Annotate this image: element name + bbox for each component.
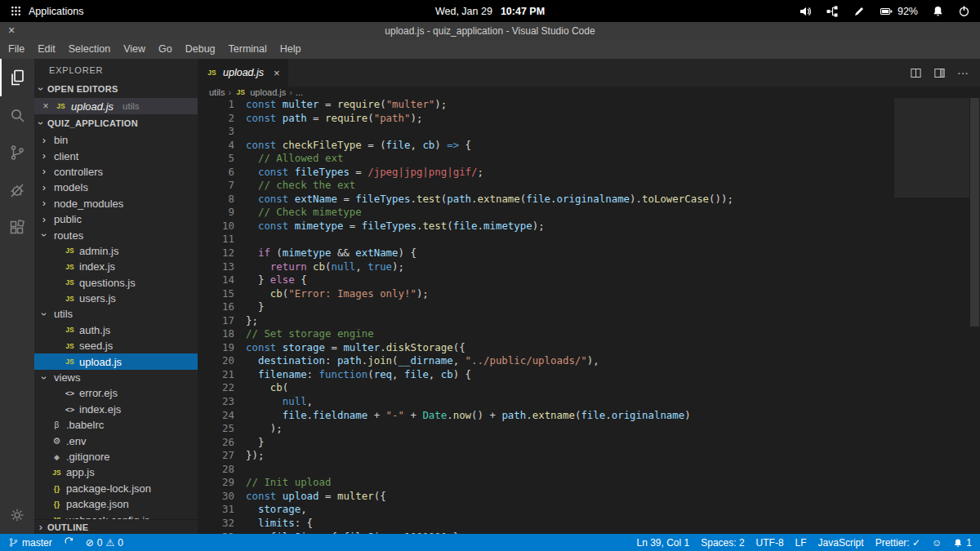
file-questions.js[interactable]: JSquestions.js <box>34 275 198 291</box>
folder-controllers[interactable]: ›controllers <box>34 164 198 180</box>
code-line-9[interactable]: // Check mimetype <box>246 206 733 220</box>
folder-node_modules[interactable]: ›node_modules <box>34 196 198 211</box>
code-line-10[interactable]: const mimetype = fileTypes.test(file.mim… <box>246 220 733 233</box>
file-.gitignore[interactable]: ◆.gitignore <box>34 449 198 464</box>
folder-public[interactable]: ›public <box>34 211 198 227</box>
minimap[interactable] <box>895 100 969 189</box>
folder-utils[interactable]: ›utils <box>34 306 198 322</box>
tab-close-icon[interactable]: × <box>274 67 280 79</box>
code-line-3[interactable] <box>246 125 733 139</box>
project-section-header[interactable]: › QUIZ_APPLICATION <box>34 114 198 132</box>
file-auth.js[interactable]: JSauth.js <box>34 322 198 338</box>
code-line-12[interactable]: if (mimetype && extName) { <box>246 247 733 260</box>
code-line-18[interactable]: // Set storage engine <box>246 327 733 341</box>
file-admin.js[interactable]: JSadmin.js <box>34 243 198 259</box>
file-webpack.config.js[interactable]: JSwebpack.config.js <box>34 512 198 519</box>
code-line-30[interactable]: const upload = multer({ <box>246 490 733 504</box>
code-line-24[interactable]: file.fieldname + "-" + Date.now() + path… <box>246 409 733 423</box>
editor-layout-icon[interactable] <box>933 67 946 79</box>
notifications-status[interactable]: 1 <box>953 537 972 549</box>
code-line-11[interactable] <box>246 233 733 247</box>
breadcrumb-folder[interactable]: utils <box>209 87 225 97</box>
menu-selection[interactable]: Selection <box>62 40 117 59</box>
scrollbar-thumb[interactable] <box>970 98 979 327</box>
file-.env[interactable]: ⚙.env <box>34 433 198 448</box>
cursor-position[interactable]: Ln 39, Col 1 <box>637 537 690 549</box>
code-line-33[interactable]: fileSize: { fileSize: 1000000 } <box>246 531 733 535</box>
code-line-26[interactable]: } <box>246 436 733 450</box>
breadcrumb-symbol[interactable]: ... <box>296 87 303 97</box>
code-line-2[interactable]: const path = require("path"); <box>246 112 733 126</box>
feedback-smiley-icon[interactable]: ☺ <box>932 537 942 549</box>
code-line-23[interactable]: null, <box>246 395 733 409</box>
code-line-15[interactable]: cb("Error: Images only!"); <box>246 287 733 301</box>
source-control-icon[interactable] <box>0 134 34 171</box>
menu-debug[interactable]: Debug <box>179 40 222 59</box>
explorer-icon[interactable] <box>0 59 34 96</box>
volume-icon[interactable] <box>799 5 812 18</box>
code-line-22[interactable]: cb( <box>246 381 733 395</box>
code-line-4[interactable]: const checkFileType = (file, cb) => { <box>246 139 733 153</box>
open-editors-header[interactable]: › OPEN EDITORS <box>34 80 198 98</box>
notifications-bell-icon[interactable] <box>932 5 944 17</box>
search-icon[interactable] <box>0 96 34 134</box>
sync-status[interactable] <box>64 537 74 548</box>
menu-go[interactable]: Go <box>152 40 179 59</box>
open-editor-item[interactable]: × JS upload.js utils <box>34 98 198 114</box>
code-line-16[interactable]: } <box>246 300 733 314</box>
indentation-status[interactable]: Spaces: 2 <box>701 537 744 549</box>
code-line-14[interactable]: } else { <box>246 273 733 287</box>
folder-client[interactable]: ›client <box>34 148 198 163</box>
network-icon[interactable] <box>826 5 839 18</box>
close-editor-icon[interactable]: × <box>41 100 51 112</box>
file-seed.js[interactable]: JSseed.js <box>34 338 198 353</box>
outline-section-header[interactable]: › OUTLINE <box>34 519 198 534</box>
code-line-5[interactable]: // Allowed ext <box>246 152 733 166</box>
code-line-6[interactable]: const fileTypes = /jpeg|jpg|png|gif/; <box>246 166 733 180</box>
tab-upload-js[interactable]: JS upload.js × <box>198 59 288 87</box>
file-package.json[interactable]: {}package.json <box>34 496 198 512</box>
menu-terminal[interactable]: Terminal <box>222 40 274 59</box>
problems-status[interactable]: ⊘ 0 ⚠ 0 <box>86 537 123 549</box>
code-editor[interactable]: 1234567891011121314151617181920212223242… <box>198 98 980 534</box>
file-users.js[interactable]: JSusers.js <box>34 291 198 306</box>
file-index.ejs[interactable]: <>index.ejs <box>34 402 198 417</box>
folder-models[interactable]: ›models <box>34 180 198 195</box>
stylus-tool-icon[interactable] <box>853 5 866 18</box>
code-line-25[interactable]: ); <box>246 422 733 436</box>
git-branch-status[interactable]: master <box>8 537 52 549</box>
clock-widget[interactable]: Wed, Jan 29 10:47 PM <box>435 6 545 17</box>
code-line-1[interactable]: const multer = require("multer"); <box>246 98 733 112</box>
editor-scrollbar[interactable] <box>969 98 980 534</box>
manage-gear-icon[interactable] <box>0 496 34 534</box>
code-line-20[interactable]: destination: path.join(__dirname, "../pu… <box>246 354 733 368</box>
code-line-31[interactable]: storage, <box>246 503 733 517</box>
window-close-button[interactable]: × <box>8 22 15 39</box>
eol-status[interactable]: LF <box>795 537 807 549</box>
folder-views[interactable]: ›views <box>34 370 198 385</box>
file-index.js[interactable]: JSindex.js <box>34 259 198 274</box>
extensions-icon[interactable] <box>0 209 34 247</box>
applications-menu[interactable]: Applications <box>10 5 83 17</box>
file-app.js[interactable]: JSapp.js <box>34 464 198 480</box>
code-line-29[interactable]: // Init upload <box>246 476 733 490</box>
code-line-8[interactable]: const extName = fileTypes.test(path.extn… <box>246 193 733 207</box>
code-line-7[interactable]: // check the ext <box>246 179 733 193</box>
language-mode[interactable]: JavaScript <box>818 537 864 549</box>
code-line-27[interactable]: }); <box>246 449 733 463</box>
more-actions-icon[interactable]: ··· <box>957 66 969 79</box>
power-icon[interactable] <box>958 5 970 17</box>
folder-bin[interactable]: ›bin <box>34 132 198 148</box>
code-line-32[interactable]: limits: { <box>246 517 733 531</box>
debug-icon[interactable] <box>0 171 34 209</box>
formatter-status[interactable]: Prettier: ✓ <box>875 537 920 549</box>
file-.babelrc[interactable]: β.babelrc <box>34 417 198 433</box>
breadcrumb-file[interactable]: upload.js <box>250 87 286 97</box>
menu-file[interactable]: File <box>2 40 31 59</box>
code-line-13[interactable]: return cb(null, true); <box>246 260 733 274</box>
code-line-17[interactable]: }; <box>246 314 733 328</box>
file-error.ejs[interactable]: <>error.ejs <box>34 385 198 401</box>
file-upload.js[interactable]: JSupload.js <box>34 353 198 369</box>
menu-edit[interactable]: Edit <box>31 40 62 59</box>
menu-view[interactable]: View <box>117 40 152 59</box>
